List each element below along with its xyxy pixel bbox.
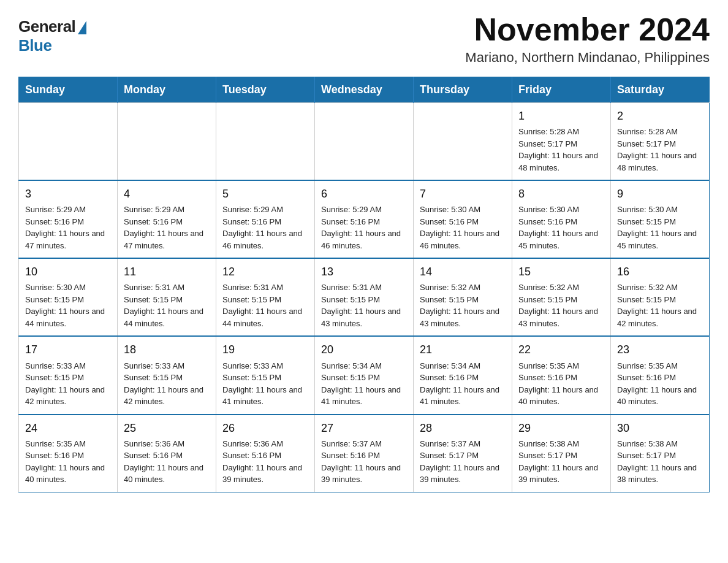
day-info: Sunrise: 5:31 AMSunset: 5:15 PMDaylight:… bbox=[124, 282, 210, 329]
calendar-cell: 22Sunrise: 5:35 AMSunset: 5:16 PMDayligh… bbox=[512, 336, 611, 414]
day-number: 5 bbox=[222, 186, 308, 202]
day-info: Sunrise: 5:28 AMSunset: 5:17 PMDaylight:… bbox=[617, 126, 703, 174]
day-info: Sunrise: 5:34 AMSunset: 5:15 PMDaylight:… bbox=[321, 360, 407, 408]
calendar-table: Sunday Monday Tuesday Wednesday Thursday… bbox=[18, 77, 710, 492]
day-info: Sunrise: 5:31 AMSunset: 5:15 PMDaylight:… bbox=[222, 282, 308, 329]
calendar-cell: 20Sunrise: 5:34 AMSunset: 5:15 PMDayligh… bbox=[315, 336, 414, 414]
calendar-cell: 27Sunrise: 5:37 AMSunset: 5:16 PMDayligh… bbox=[315, 415, 414, 492]
day-info: Sunrise: 5:33 AMSunset: 5:15 PMDaylight:… bbox=[124, 360, 210, 408]
calendar-cell: 12Sunrise: 5:31 AMSunset: 5:15 PMDayligh… bbox=[216, 258, 315, 336]
day-info: Sunrise: 5:35 AMSunset: 5:16 PMDaylight:… bbox=[518, 360, 604, 408]
logo-general-text: General bbox=[18, 17, 75, 36]
day-number: 4 bbox=[124, 186, 210, 202]
day-info: Sunrise: 5:29 AMSunset: 5:16 PMDaylight:… bbox=[25, 204, 111, 251]
day-number: 29 bbox=[518, 420, 604, 436]
calendar-cell: 24Sunrise: 5:35 AMSunset: 5:16 PMDayligh… bbox=[19, 415, 118, 492]
day-info: Sunrise: 5:30 AMSunset: 5:16 PMDaylight:… bbox=[518, 204, 604, 251]
calendar-cell: 14Sunrise: 5:32 AMSunset: 5:15 PMDayligh… bbox=[414, 258, 512, 336]
calendar-cell: 23Sunrise: 5:35 AMSunset: 5:16 PMDayligh… bbox=[611, 336, 710, 414]
calendar-cell: 19Sunrise: 5:33 AMSunset: 5:15 PMDayligh… bbox=[216, 336, 315, 414]
page-header: General Blue November 2024 Mariano, Nort… bbox=[18, 12, 710, 66]
calendar-cell: 2Sunrise: 5:28 AMSunset: 5:17 PMDaylight… bbox=[611, 103, 710, 181]
day-number: 30 bbox=[617, 420, 703, 436]
day-info: Sunrise: 5:28 AMSunset: 5:17 PMDaylight:… bbox=[518, 126, 604, 174]
calendar-cell: 15Sunrise: 5:32 AMSunset: 5:15 PMDayligh… bbox=[512, 258, 611, 336]
day-info: Sunrise: 5:29 AMSunset: 5:16 PMDaylight:… bbox=[321, 204, 407, 251]
day-info: Sunrise: 5:31 AMSunset: 5:15 PMDaylight:… bbox=[321, 282, 407, 329]
calendar-cell: 9Sunrise: 5:30 AMSunset: 5:15 PMDaylight… bbox=[611, 180, 710, 258]
calendar-cell bbox=[216, 103, 315, 181]
calendar-cell bbox=[19, 103, 118, 181]
day-info: Sunrise: 5:36 AMSunset: 5:16 PMDaylight:… bbox=[124, 438, 210, 486]
calendar-cell: 4Sunrise: 5:29 AMSunset: 5:16 PMDaylight… bbox=[118, 180, 216, 258]
day-info: Sunrise: 5:37 AMSunset: 5:17 PMDaylight:… bbox=[420, 438, 506, 486]
day-info: Sunrise: 5:34 AMSunset: 5:16 PMDaylight:… bbox=[420, 360, 506, 408]
day-info: Sunrise: 5:32 AMSunset: 5:15 PMDaylight:… bbox=[617, 282, 703, 329]
day-number: 13 bbox=[321, 264, 407, 280]
logo-blue-text: Blue bbox=[18, 36, 51, 55]
calendar-week-row: 3Sunrise: 5:29 AMSunset: 5:16 PMDaylight… bbox=[19, 180, 710, 258]
calendar-cell: 30Sunrise: 5:38 AMSunset: 5:17 PMDayligh… bbox=[611, 415, 710, 492]
day-number: 25 bbox=[124, 420, 210, 436]
day-info: Sunrise: 5:29 AMSunset: 5:16 PMDaylight:… bbox=[222, 204, 308, 251]
day-info: Sunrise: 5:30 AMSunset: 5:15 PMDaylight:… bbox=[25, 282, 111, 329]
day-info: Sunrise: 5:33 AMSunset: 5:15 PMDaylight:… bbox=[25, 360, 111, 408]
calendar-cell: 7Sunrise: 5:30 AMSunset: 5:16 PMDaylight… bbox=[414, 180, 512, 258]
day-info: Sunrise: 5:38 AMSunset: 5:17 PMDaylight:… bbox=[518, 438, 604, 486]
day-info: Sunrise: 5:36 AMSunset: 5:16 PMDaylight:… bbox=[222, 438, 308, 486]
day-number: 14 bbox=[420, 264, 506, 280]
calendar-cell: 1Sunrise: 5:28 AMSunset: 5:17 PMDaylight… bbox=[512, 103, 611, 181]
month-year-title: November 2024 bbox=[465, 12, 710, 47]
header-wednesday: Wednesday bbox=[315, 77, 414, 103]
day-number: 15 bbox=[518, 264, 604, 280]
calendar-cell: 11Sunrise: 5:31 AMSunset: 5:15 PMDayligh… bbox=[118, 258, 216, 336]
day-number: 23 bbox=[617, 342, 703, 358]
day-number: 10 bbox=[25, 264, 111, 280]
day-number: 16 bbox=[617, 264, 703, 280]
day-number: 2 bbox=[617, 108, 703, 124]
day-info: Sunrise: 5:37 AMSunset: 5:16 PMDaylight:… bbox=[321, 438, 407, 486]
header-sunday: Sunday bbox=[19, 77, 118, 103]
header-saturday: Saturday bbox=[611, 77, 710, 103]
day-number: 21 bbox=[420, 342, 506, 358]
calendar-cell: 5Sunrise: 5:29 AMSunset: 5:16 PMDaylight… bbox=[216, 180, 315, 258]
calendar-header: Sunday Monday Tuesday Wednesday Thursday… bbox=[19, 77, 710, 103]
calendar-cell: 29Sunrise: 5:38 AMSunset: 5:17 PMDayligh… bbox=[512, 415, 611, 492]
calendar-cell bbox=[414, 103, 512, 181]
day-number: 19 bbox=[222, 342, 308, 358]
calendar-cell: 18Sunrise: 5:33 AMSunset: 5:15 PMDayligh… bbox=[118, 336, 216, 414]
day-number: 6 bbox=[321, 186, 407, 202]
day-number: 17 bbox=[25, 342, 111, 358]
day-info: Sunrise: 5:38 AMSunset: 5:17 PMDaylight:… bbox=[617, 438, 703, 486]
day-info: Sunrise: 5:35 AMSunset: 5:16 PMDaylight:… bbox=[25, 438, 111, 486]
calendar-cell: 26Sunrise: 5:36 AMSunset: 5:16 PMDayligh… bbox=[216, 415, 315, 492]
calendar-cell: 17Sunrise: 5:33 AMSunset: 5:15 PMDayligh… bbox=[19, 336, 118, 414]
day-number: 20 bbox=[321, 342, 407, 358]
day-number: 3 bbox=[25, 186, 111, 202]
day-info: Sunrise: 5:32 AMSunset: 5:15 PMDaylight:… bbox=[518, 282, 604, 329]
day-number: 1 bbox=[518, 108, 604, 124]
calendar-week-row: 17Sunrise: 5:33 AMSunset: 5:15 PMDayligh… bbox=[19, 336, 710, 414]
calendar-cell: 10Sunrise: 5:30 AMSunset: 5:15 PMDayligh… bbox=[19, 258, 118, 336]
day-info: Sunrise: 5:29 AMSunset: 5:16 PMDaylight:… bbox=[124, 204, 210, 251]
calendar-cell: 13Sunrise: 5:31 AMSunset: 5:15 PMDayligh… bbox=[315, 258, 414, 336]
calendar-cell: 3Sunrise: 5:29 AMSunset: 5:16 PMDaylight… bbox=[19, 180, 118, 258]
calendar-cell: 6Sunrise: 5:29 AMSunset: 5:16 PMDaylight… bbox=[315, 180, 414, 258]
calendar-week-row: 10Sunrise: 5:30 AMSunset: 5:15 PMDayligh… bbox=[19, 258, 710, 336]
day-number: 8 bbox=[518, 186, 604, 202]
day-number: 12 bbox=[222, 264, 308, 280]
location-subtitle: Mariano, Northern Mindanao, Philippines bbox=[465, 50, 710, 66]
calendar-week-row: 24Sunrise: 5:35 AMSunset: 5:16 PMDayligh… bbox=[19, 415, 710, 492]
logo-triangle-icon bbox=[78, 21, 86, 34]
calendar-cell: 21Sunrise: 5:34 AMSunset: 5:16 PMDayligh… bbox=[414, 336, 512, 414]
day-number: 28 bbox=[420, 420, 506, 436]
day-info: Sunrise: 5:32 AMSunset: 5:15 PMDaylight:… bbox=[420, 282, 506, 329]
header-friday: Friday bbox=[512, 77, 611, 103]
calendar-cell: 25Sunrise: 5:36 AMSunset: 5:16 PMDayligh… bbox=[118, 415, 216, 492]
day-number: 7 bbox=[420, 186, 506, 202]
calendar-body: 1Sunrise: 5:28 AMSunset: 5:17 PMDaylight… bbox=[19, 103, 710, 492]
header-thursday: Thursday bbox=[414, 77, 512, 103]
day-info: Sunrise: 5:30 AMSunset: 5:15 PMDaylight:… bbox=[617, 204, 703, 251]
day-number: 18 bbox=[124, 342, 210, 358]
day-info: Sunrise: 5:33 AMSunset: 5:15 PMDaylight:… bbox=[222, 360, 308, 408]
